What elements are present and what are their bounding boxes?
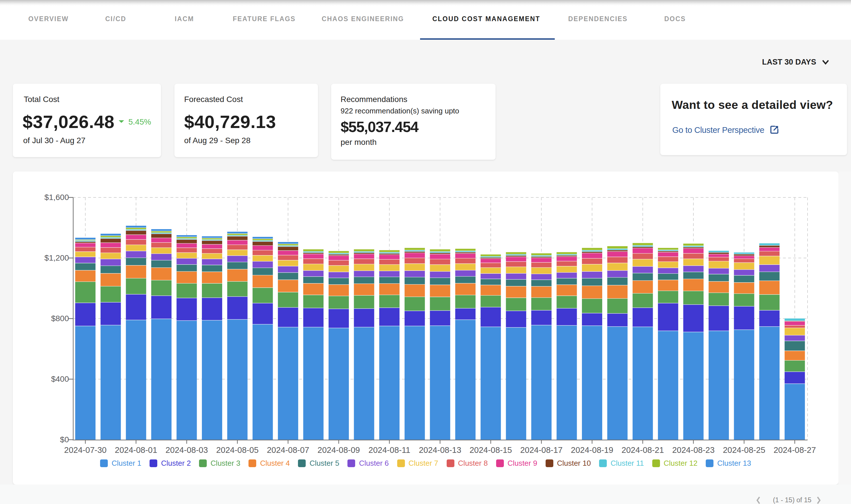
- svg-text:2024-08-27: 2024-08-27: [774, 446, 816, 454]
- svg-text:2024-08-23: 2024-08-23: [672, 446, 715, 454]
- svg-text:2024-08-17: 2024-08-17: [520, 446, 562, 454]
- svg-text:2024-08-13: 2024-08-13: [419, 446, 461, 454]
- svg-text:2024-08-19: 2024-08-19: [571, 446, 613, 454]
- svg-text:$800: $800: [51, 314, 69, 323]
- svg-text:2024-08-03: 2024-08-03: [166, 446, 208, 454]
- svg-text:2024-07-30: 2024-07-30: [64, 446, 106, 454]
- svg-text:$1,600: $1,600: [44, 193, 69, 202]
- svg-text:2024-08-11: 2024-08-11: [369, 446, 410, 454]
- svg-text:$0: $0: [60, 435, 69, 444]
- svg-text:2024-08-01: 2024-08-01: [115, 446, 157, 454]
- svg-text:2024-08-05: 2024-08-05: [216, 446, 259, 454]
- svg-text:2024-08-15: 2024-08-15: [470, 446, 512, 454]
- svg-text:2024-08-09: 2024-08-09: [317, 446, 360, 454]
- svg-text:2024-08-07: 2024-08-07: [267, 446, 309, 454]
- svg-text:$1,200: $1,200: [44, 253, 69, 262]
- svg-text:$400: $400: [51, 375, 69, 383]
- svg-text:2024-08-25: 2024-08-25: [723, 446, 765, 454]
- svg-text:2024-08-21: 2024-08-21: [622, 446, 664, 454]
